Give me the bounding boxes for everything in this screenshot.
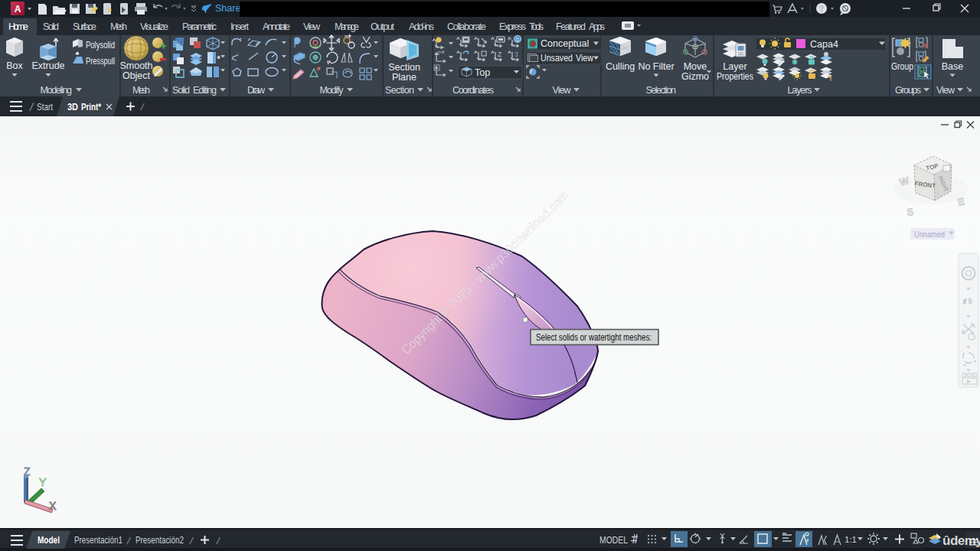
svg-text:Groups: Groups [895, 85, 921, 96]
svg-text:Mesh: Mesh [132, 85, 150, 96]
svg-text:Apps: Apps [589, 21, 605, 32]
svg-text:View: View [936, 85, 956, 96]
svg-text:Featured: Featured [556, 21, 586, 32]
svg-text:Tools: Tools [529, 21, 544, 32]
svg-text:Conceptual: Conceptual [541, 38, 589, 49]
svg-text:Output: Output [371, 21, 395, 32]
svg-text:Extrude: Extrude [31, 60, 64, 71]
svg-text:Layers: Layers [788, 85, 812, 96]
svg-text:1:1: 1:1 [844, 535, 857, 544]
svg-text:Unnamed: Unnamed [914, 230, 945, 239]
svg-text:Share: Share [215, 3, 240, 14]
svg-text:Presspull: Presspull [86, 56, 115, 67]
svg-text:Start: Start [37, 101, 53, 112]
svg-text:3: 3 [514, 51, 518, 58]
svg-text:Smooth: Smooth [119, 60, 152, 71]
svg-text:Insert: Insert [230, 21, 250, 32]
svg-text:Polysolid: Polysolid [86, 40, 115, 51]
svg-text:Surface: Surface [73, 21, 96, 32]
svg-text:Gizmo: Gizmo [681, 71, 709, 82]
svg-text:Visualize: Visualize [140, 21, 168, 32]
svg-text:Add-ins: Add-ins [409, 21, 434, 32]
svg-text:Layer: Layer [723, 61, 746, 72]
svg-text:Mesh: Mesh [110, 21, 127, 32]
svg-text:X: X [49, 500, 57, 512]
svg-text:Select solids or watertight me: Select solids or watertight meshes: [536, 332, 652, 343]
svg-text:Annotate: Annotate [263, 21, 290, 32]
svg-text:Parametric: Parametric [182, 21, 217, 32]
svg-text:Manage: Manage [335, 21, 359, 32]
svg-text:3D: 3D [67, 101, 78, 112]
svg-text:Properties: Properties [717, 71, 753, 82]
svg-text:Editing: Editing [193, 85, 217, 96]
svg-text:Modify: Modify [320, 85, 345, 96]
svg-text:Model: Model [38, 534, 60, 546]
svg-text:Move: Move [684, 61, 707, 72]
svg-text:No Filter: No Filter [638, 61, 674, 72]
svg-text:Y: Y [39, 476, 47, 488]
svg-text:Modeling: Modeling [41, 85, 73, 96]
svg-text:Base: Base [942, 61, 964, 72]
svg-text:Box: Box [6, 60, 23, 71]
svg-text:View: View [553, 85, 572, 96]
svg-text:Plane: Plane [392, 72, 416, 83]
svg-text:Presentación2: Presentación2 [136, 535, 184, 546]
svg-text:Presentación1: Presentación1 [74, 535, 122, 546]
svg-text:Coordinates: Coordinates [452, 85, 494, 96]
svg-text:View: View [576, 53, 594, 64]
svg-text:ûdemy: ûdemy [942, 533, 980, 548]
svg-text:Draw: Draw [247, 85, 266, 96]
svg-text:Culling: Culling [606, 61, 635, 72]
svg-text:Group: Group [891, 61, 913, 72]
svg-text:A: A [15, 4, 21, 15]
svg-text:Home: Home [8, 21, 28, 32]
svg-text:Collaborate: Collaborate [447, 21, 486, 32]
svg-text:Solid: Solid [172, 85, 190, 96]
svg-text:Solid: Solid [43, 21, 59, 32]
svg-text:Top: Top [475, 67, 490, 78]
svg-text:Section: Section [385, 85, 414, 96]
svg-text:Express: Express [499, 21, 526, 32]
svg-text:Unsaved: Unsaved [541, 53, 573, 64]
svg-text:Section: Section [388, 62, 420, 73]
svg-text:Object: Object [122, 70, 151, 81]
svg-text:MODEL: MODEL [599, 535, 628, 546]
svg-text:Selection: Selection [646, 85, 677, 96]
svg-text:View: View [303, 21, 321, 32]
svg-text:Print*: Print* [81, 101, 102, 112]
svg-text:Z: Z [498, 51, 501, 58]
svg-text:?: ? [819, 5, 824, 13]
svg-text:x: x [442, 49, 445, 54]
svg-text:Capa4: Capa4 [810, 39, 838, 50]
